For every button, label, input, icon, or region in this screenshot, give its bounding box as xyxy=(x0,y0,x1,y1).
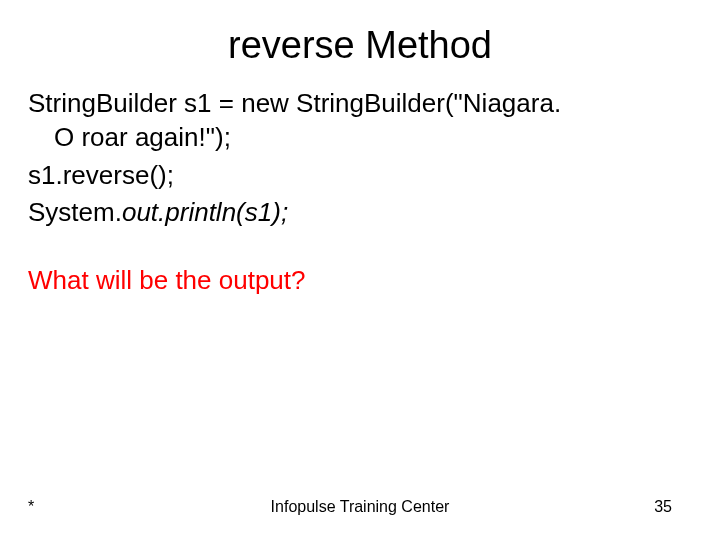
code-line-3-italic: out.println(s1); xyxy=(122,197,288,227)
slide: reverse Method StringBuilder s1 = new St… xyxy=(0,0,720,540)
footer-center: Infopulse Training Center xyxy=(0,498,720,516)
slide-title: reverse Method xyxy=(0,0,720,67)
code-line-3-plain: System. xyxy=(28,197,122,227)
code-line-1b: O roar again!"); xyxy=(28,121,692,155)
page-number: 35 xyxy=(654,498,672,516)
question-text: What will be the output? xyxy=(28,264,692,298)
slide-footer: * Infopulse Training Center 35 xyxy=(0,498,720,516)
footer-left: * xyxy=(28,498,34,516)
slide-body: StringBuilder s1 = new StringBuilder("Ni… xyxy=(0,67,720,298)
code-line-1a: StringBuilder s1 = new StringBuilder("Ni… xyxy=(28,88,561,118)
code-line-1: StringBuilder s1 = new StringBuilder("Ni… xyxy=(28,87,692,155)
code-line-3: System.out.println(s1); xyxy=(28,196,692,230)
code-line-2: s1.reverse(); xyxy=(28,159,692,193)
